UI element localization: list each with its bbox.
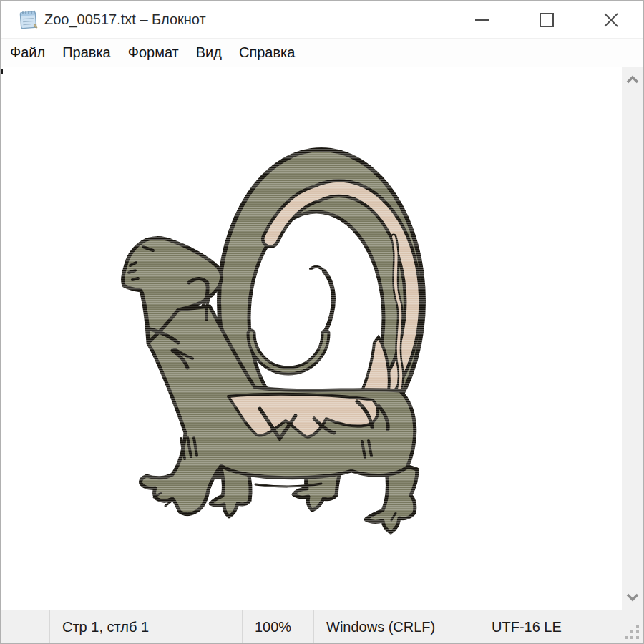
status-bar: Стр 1, стлб 1 100% Windows (CRLF) UTF-16… — [1, 610, 643, 644]
window-title: Zoo_00517.txt – Блокнот — [44, 11, 206, 28]
status-spacer — [1, 610, 49, 644]
chevron-up-icon — [624, 72, 641, 89]
scanline-overlay — [108, 140, 437, 537]
menu-help[interactable]: Справка — [230, 39, 303, 67]
close-icon — [603, 12, 619, 28]
lizard-artwork — [1, 67, 623, 610]
status-zoom-level: 100% — [242, 610, 313, 644]
vertical-scrollbar[interactable] — [622, 67, 643, 610]
status-cursor-position: Стр 1, стлб 1 — [49, 610, 242, 644]
menu-file[interactable]: Файл — [1, 39, 54, 67]
menu-view[interactable]: Вид — [187, 39, 230, 67]
window-controls — [450, 1, 643, 39]
text-area[interactable] — [1, 67, 643, 610]
close-button[interactable] — [579, 1, 643, 39]
minimize-icon — [474, 12, 490, 28]
maximize-button[interactable] — [514, 1, 579, 39]
maximize-icon — [539, 12, 555, 28]
scroll-down-button[interactable] — [622, 585, 643, 608]
scroll-up-button[interactable] — [622, 69, 643, 92]
chevron-down-icon — [624, 588, 641, 605]
menu-format[interactable]: Формат — [119, 39, 187, 67]
resize-grip-icon[interactable] — [623, 623, 640, 640]
minimize-button[interactable] — [450, 1, 514, 39]
menu-edit[interactable]: Правка — [54, 39, 119, 67]
menu-bar: Файл Правка Формат Вид Справка — [1, 39, 643, 67]
notepad-icon — [19, 9, 39, 30]
status-line-ending: Windows (CRLF) — [313, 610, 479, 644]
title-bar[interactable]: Zoo_00517.txt – Блокнот — [1, 1, 643, 39]
status-encoding: UTF-16 LE — [479, 610, 643, 644]
notepad-window: { "window": { "title": "Zoo_00517.txt – … — [0, 0, 644, 644]
